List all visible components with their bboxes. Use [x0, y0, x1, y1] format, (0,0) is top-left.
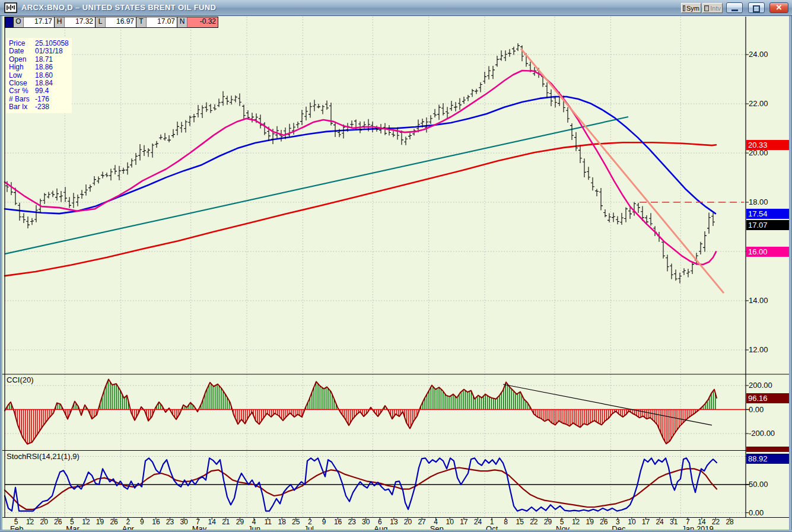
data-window-label: Bar Ix — [9, 103, 35, 111]
data-window-value: -238 — [35, 103, 49, 111]
app-icon — [4, 2, 17, 13]
data-window-label: Price — [9, 40, 35, 47]
data-window-value: 99.4 — [35, 87, 49, 95]
data-window-value: 18.71 — [35, 56, 53, 63]
data-window-label: Date — [9, 47, 35, 55]
data-window-value: 01/31/18 — [35, 47, 63, 55]
data-window-row: High18.86 — [9, 63, 71, 71]
quote-field-label: L — [96, 17, 106, 27]
sym-button-label: Sym — [686, 5, 699, 12]
data-window-label: High — [9, 63, 35, 71]
main-plot-area[interactable] — [5, 17, 746, 374]
quote-field-value: 17.07 — [147, 17, 177, 27]
data-window-label: Close — [9, 79, 35, 87]
data-window-value: 18.60 — [35, 72, 53, 79]
data-window-row: Low18.60 — [9, 72, 71, 79]
quote-bar: O17.17H17.32L16.97T17.07N-0.32 — [5, 17, 218, 28]
data-window-row: Open18.71 — [9, 56, 71, 63]
window-frame-left — [0, 16, 2, 532]
data-window-value: 18.86 — [35, 63, 53, 71]
intv-button-label: Intv — [710, 5, 721, 12]
quote-field-value: 16.97 — [106, 17, 136, 27]
minimize-icon — [731, 9, 738, 11]
data-window-row: Price25.105058 — [9, 40, 71, 47]
quote-field-label: T — [136, 17, 147, 27]
maximize-icon — [753, 5, 760, 12]
data-window-label: Low — [9, 72, 35, 79]
quote-field-label: O — [14, 17, 24, 27]
sym-button[interactable]: Sym — [681, 3, 701, 13]
data-window-value: 25.105058 — [35, 40, 69, 47]
close-icon — [770, 3, 788, 12]
stochrsi-label: StochRSI(14,21(1),9) — [7, 452, 79, 461]
data-window-row: # Bars-176 — [9, 95, 71, 103]
data-window-row: Date01/31/18 — [9, 47, 71, 55]
chart-canvas[interactable] — [0, 0, 792, 532]
window-frame-bottom — [0, 530, 792, 532]
data-window-value: 18.84 — [35, 79, 53, 87]
data-window: Price25.105058Date01/31/18Open18.71High1… — [6, 38, 72, 113]
quote-field-value: 17.32 — [65, 17, 96, 27]
data-window-label: Open — [9, 56, 35, 63]
data-window-label: Csr % — [9, 87, 35, 95]
cci-label: CCI(20) — [7, 375, 34, 384]
data-window-row: Close18.84 — [9, 79, 71, 87]
quote-field-label: N — [177, 17, 187, 27]
maximize-button[interactable] — [748, 2, 765, 13]
window-title: ARCX:BNO,D – UNITED STATES BRENT OIL FUN… — [21, 3, 216, 12]
window-mini-icon — [683, 5, 685, 11]
data-window-value: -176 — [35, 95, 49, 103]
quote-field-value: 17.17 — [24, 17, 55, 27]
window-mini-icon — [704, 5, 709, 11]
quote-color-chip — [5, 17, 14, 27]
quote-field-label: H — [55, 17, 65, 27]
data-window-label: # Bars — [9, 95, 35, 103]
window-titlebar[interactable]: ARCX:BNO,D – UNITED STATES BRENT OIL FUN… — [0, 0, 792, 16]
data-window-row: Bar Ix-238 — [9, 103, 71, 111]
close-button[interactable] — [769, 2, 788, 13]
intv-button[interactable]: Intv — [702, 3, 723, 13]
window-frame-right — [789, 16, 792, 532]
quote-field-value: -0.32 — [187, 17, 218, 27]
data-window-row: Csr %99.4 — [9, 87, 71, 95]
minimize-button[interactable] — [726, 2, 743, 13]
